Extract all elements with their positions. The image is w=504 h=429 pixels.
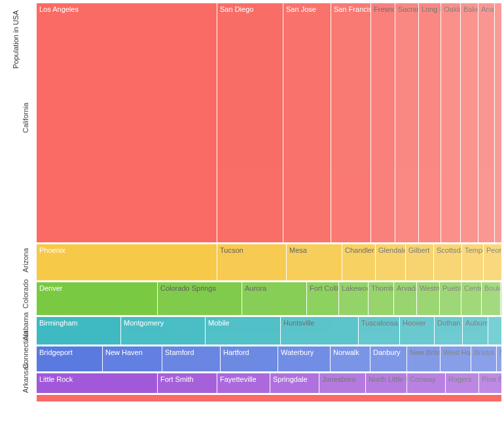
cell-label: Norwalk (333, 348, 359, 356)
cell[interactable]: San Diego (217, 3, 283, 242)
cell[interactable]: Conway (407, 373, 445, 393)
cell[interactable]: Colorado Springs (158, 282, 242, 315)
cell[interactable]: North Little Rock (366, 373, 406, 393)
cell-label: Hartford (223, 348, 249, 356)
cell[interactable]: Oakland (441, 3, 460, 242)
cell[interactable]: Centennial (461, 282, 481, 315)
cell-label: Danbury (373, 348, 401, 356)
cell[interactable]: Sacramento (395, 3, 418, 242)
row-connecticut: BridgeportNew HavenStamfordHartfordWater… (37, 346, 501, 371)
cell[interactable]: Springdale (270, 373, 319, 393)
cell[interactable]: Bridgeport (37, 346, 102, 371)
cell-label: North Little Rock (369, 375, 406, 383)
cell[interactable] (488, 317, 501, 345)
cell[interactable]: Dothan (435, 317, 462, 345)
cell[interactable]: San Francisco (331, 3, 370, 242)
y-axis-title: Population in USA (12, 10, 20, 69)
cell[interactable]: Mobile (206, 317, 280, 345)
cell-label: Meriden (499, 348, 501, 356)
cell[interactable]: Rogers (446, 373, 478, 393)
cell-label: Anaheim (481, 5, 494, 13)
cell-label: San Francisco (334, 5, 370, 13)
cell-label: Bridgeport (39, 348, 73, 356)
cell[interactable]: New Haven (103, 346, 162, 371)
cell[interactable]: San Jose (283, 3, 331, 242)
cell[interactable]: Auburn (463, 317, 488, 345)
cell[interactable]: Little Rock (37, 373, 157, 393)
state-label: Arizona (22, 250, 29, 272)
cell[interactable]: Westminster (417, 282, 439, 315)
cell-label: Conway (410, 375, 436, 383)
cell-label: Fort Smith (160, 375, 194, 383)
cell[interactable]: Jonesboro (319, 373, 365, 393)
cell-label: San Diego (220, 5, 253, 13)
cell-label: Fayetteville (220, 375, 257, 383)
row-california: Los AngelesSan DiegoSan JoseSan Francisc… (37, 3, 501, 242)
cell[interactable]: Scottsdale (434, 244, 461, 280)
cell-label: Tempe (465, 246, 483, 254)
cell[interactable]: Long Beach (419, 3, 441, 242)
cell-label: Tucson (220, 246, 243, 254)
partial-row (37, 395, 501, 401)
cell[interactable] (501, 282, 501, 315)
cell-label: Fort Collins (310, 284, 338, 292)
cell[interactable]: Pueblo (440, 282, 461, 315)
cell[interactable]: Waterbury (278, 346, 330, 371)
y-axis: Population in USA (3, 3, 14, 422)
cell-label: Peoria (486, 246, 501, 254)
cell-label: Pine Bluff (482, 375, 501, 383)
row-colorado: DenverColorado SpringsAuroraFort Collins… (37, 282, 501, 315)
cell[interactable]: Fort Collins (307, 282, 338, 315)
cell-label: Stamford (165, 348, 194, 356)
cell[interactable]: Anaheim (478, 3, 494, 242)
cell[interactable]: West Hartford (441, 346, 471, 371)
cell[interactable]: Arvada (394, 282, 416, 315)
cell[interactable]: Boulder (482, 282, 500, 315)
cell-label: New Haven (105, 348, 143, 356)
cell-label: Scottsdale (437, 246, 461, 254)
cell-label: Denver (39, 284, 62, 292)
cell[interactable]: Los Angeles (37, 3, 217, 242)
cell[interactable]: New Britain (407, 346, 440, 371)
cell[interactable]: Denver (37, 282, 157, 315)
cell[interactable]: Thornton (369, 282, 393, 315)
cell[interactable]: Aurora (242, 282, 306, 315)
cell[interactable]: Tucson (217, 244, 286, 280)
cell-label: Colorado Springs (160, 284, 216, 292)
state-label: Colorado (22, 286, 29, 308)
cell[interactable]: Mesa (287, 244, 342, 280)
cell[interactable]: Bakersfield (461, 3, 478, 242)
cell[interactable]: Fort Smith (158, 373, 217, 393)
cell-label: Tuscaloosa (361, 319, 398, 327)
cell[interactable]: Meriden (497, 346, 501, 371)
cell[interactable]: Danbury (370, 346, 406, 371)
cell-label: Mesa (289, 246, 307, 254)
cell[interactable]: Hartford (221, 346, 278, 371)
cell[interactable]: Fayetteville (217, 373, 270, 393)
cell[interactable]: Lakewood (339, 282, 368, 315)
cell-label: Oakland (444, 5, 460, 13)
cell[interactable]: Stamford (162, 346, 220, 371)
cell[interactable]: Glendale (376, 244, 405, 280)
cell-label: Lakewood (342, 284, 368, 292)
cell-label: Bristol (474, 348, 494, 356)
cell[interactable]: Tuscaloosa (359, 317, 399, 345)
cell-label: Birmingham (39, 319, 78, 327)
cell[interactable] (495, 3, 501, 242)
cell[interactable]: Fresno (371, 3, 395, 242)
cell[interactable]: Bristol (471, 346, 496, 371)
cell[interactable]: Huntsville (281, 317, 358, 345)
row-arizona: PhoenixTucsonMesaChandlerGlendaleGilbert… (37, 244, 501, 280)
cell[interactable]: Hoover (400, 317, 434, 345)
cell[interactable]: Peoria (484, 244, 501, 280)
cell[interactable]: Gilbert (406, 244, 433, 280)
cell-label: Springdale (273, 375, 308, 383)
cell[interactable]: Pine Bluff (479, 373, 501, 393)
cell[interactable]: Birmingham (37, 317, 120, 345)
cell[interactable]: Tempe (462, 244, 483, 280)
cell[interactable]: Phoenix (37, 244, 217, 280)
cell[interactable]: Montgomery (121, 317, 205, 345)
cell[interactable]: Norwalk (331, 346, 370, 371)
cell-label: Dothan (437, 319, 460, 327)
cell[interactable]: Chandler (342, 244, 375, 280)
